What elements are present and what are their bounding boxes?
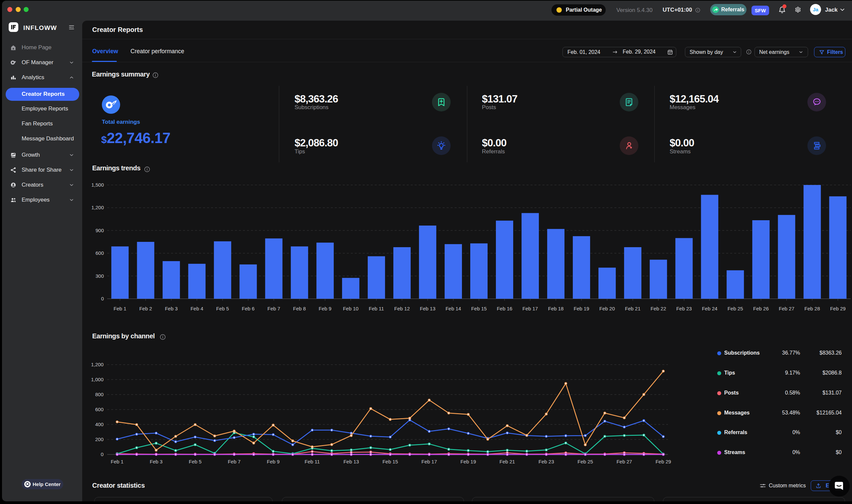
svg-text:Feb 5: Feb 5	[216, 306, 229, 311]
svg-text:Feb 2: Feb 2	[139, 306, 152, 311]
svg-text:Feb 16: Feb 16	[497, 306, 513, 311]
svg-text:Feb 19: Feb 19	[461, 459, 476, 464]
svg-text:1,000: 1,000	[91, 377, 104, 382]
svg-text:Feb 25: Feb 25	[578, 459, 593, 464]
svg-text:Feb 21: Feb 21	[625, 306, 641, 311]
svg-text:800: 800	[95, 392, 104, 397]
svg-text:Feb 8: Feb 8	[293, 306, 306, 311]
svg-text:400: 400	[95, 421, 104, 427]
svg-text:600: 600	[95, 250, 104, 256]
svg-text:Feb 4: Feb 4	[190, 306, 203, 311]
svg-text:Feb 29: Feb 29	[656, 459, 671, 464]
svg-text:Feb 15: Feb 15	[471, 306, 487, 311]
svg-text:Feb 29: Feb 29	[830, 306, 846, 311]
svg-text:Feb 5: Feb 5	[189, 459, 201, 464]
svg-text:Feb 20: Feb 20	[599, 306, 615, 311]
svg-text:Feb 3: Feb 3	[150, 459, 162, 464]
svg-text:Feb 27: Feb 27	[779, 306, 795, 311]
svg-text:Feb 28: Feb 28	[804, 306, 820, 311]
svg-text:600: 600	[95, 407, 104, 412]
svg-text:Feb 15: Feb 15	[383, 459, 398, 464]
svg-text:Feb 6: Feb 6	[242, 306, 254, 311]
svg-text:Feb 1: Feb 1	[111, 459, 123, 464]
svg-text:1,200: 1,200	[91, 204, 104, 210]
svg-text:Feb 17: Feb 17	[522, 306, 538, 311]
svg-text:Feb 11: Feb 11	[304, 459, 320, 464]
svg-text:1,500: 1,500	[91, 182, 104, 187]
svg-text:Feb 1: Feb 1	[113, 306, 126, 311]
svg-text:Feb 19: Feb 19	[574, 306, 589, 311]
svg-text:Feb 21: Feb 21	[500, 459, 515, 464]
svg-text:Feb 24: Feb 24	[702, 306, 717, 311]
svg-text:900: 900	[95, 228, 104, 233]
svg-text:Feb 3: Feb 3	[165, 306, 177, 311]
svg-text:Feb 23: Feb 23	[676, 306, 692, 311]
svg-text:0: 0	[101, 296, 104, 301]
svg-text:Feb 12: Feb 12	[394, 306, 410, 311]
svg-text:Feb 7: Feb 7	[228, 459, 240, 464]
svg-text:Feb 11: Feb 11	[369, 306, 384, 311]
svg-text:Feb 27: Feb 27	[616, 459, 632, 464]
svg-text:Feb 14: Feb 14	[446, 306, 461, 311]
svg-text:Feb 22: Feb 22	[651, 306, 666, 311]
svg-text:Feb 26: Feb 26	[753, 306, 769, 311]
svg-text:Feb 25: Feb 25	[728, 306, 743, 311]
svg-text:200: 200	[95, 436, 104, 442]
svg-text:Feb 18: Feb 18	[548, 306, 564, 311]
svg-text:Feb 13: Feb 13	[343, 459, 359, 464]
svg-text:Feb 23: Feb 23	[538, 459, 554, 464]
svg-text:0: 0	[101, 451, 104, 457]
svg-text:Feb 10: Feb 10	[343, 306, 358, 311]
svg-text:Feb 13: Feb 13	[420, 306, 436, 311]
svg-text:300: 300	[95, 273, 104, 279]
svg-text:Feb 9: Feb 9	[267, 459, 280, 464]
svg-text:Feb 7: Feb 7	[268, 306, 280, 311]
svg-text:Feb 9: Feb 9	[319, 306, 332, 311]
svg-text:1,200: 1,200	[91, 362, 104, 367]
svg-text:Feb 17: Feb 17	[421, 459, 437, 464]
